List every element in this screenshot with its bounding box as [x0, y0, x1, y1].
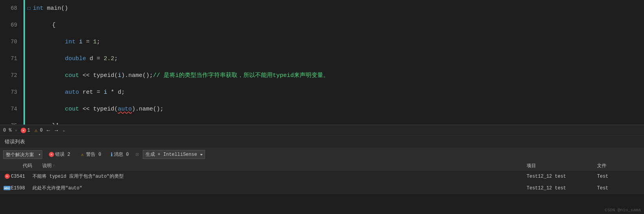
- sort-asc-icon: ↑: [53, 164, 55, 168]
- line-number-72: 72: [0, 67, 23, 84]
- header-project-label: 项目: [527, 162, 536, 169]
- error-table-header: 代码 说明 ↑ 项目 文件: [0, 161, 644, 171]
- code-area: 68 □ int main() 69 { 70 int i = 1; 71 do…: [0, 0, 644, 125]
- line-number-74: 74: [0, 101, 23, 118]
- error-count: 1: [27, 128, 30, 133]
- nav-back-button[interactable]: ←: [46, 127, 50, 134]
- info-icon: ℹ: [111, 152, 113, 158]
- code-content-68: int main(): [33, 0, 644, 17]
- error-panel-title: 错误列表: [0, 136, 644, 148]
- code-content-75: }|: [33, 118, 644, 125]
- line-number-75: 75: [0, 118, 23, 125]
- left-green-bar-73: [23, 84, 25, 101]
- code-editor: 68 □ int main() 69 { 70 int i = 1; 71 do…: [0, 0, 644, 125]
- watermark: CSDN @niu_sama: [605, 208, 641, 212]
- filter-error-icon: ✕: [49, 152, 54, 157]
- left-green-bar-74: [23, 101, 25, 118]
- cell-code-0: C3541: [11, 174, 32, 179]
- header-code[interactable]: 代码: [11, 162, 42, 169]
- info-label: 消息 0: [114, 151, 129, 158]
- cell-file-1: Test: [597, 185, 644, 191]
- header-project[interactable]: 项目: [527, 162, 597, 169]
- cell-desc-1: 此处不允许使用"auto": [32, 185, 527, 191]
- code-content-74: cout << typeid(auto).name();: [33, 101, 644, 118]
- line-number-71: 71: [0, 50, 23, 67]
- info-filter-button[interactable]: ℹ 消息 0: [108, 150, 131, 159]
- error-toolbar: 整个解决方案 ✕ 错误 2 ⚠ 警告 0 ℹ 消息 0 ⊠ 生成 + Intel…: [0, 148, 644, 161]
- line-number-69: 69: [0, 17, 23, 34]
- scope-select[interactable]: 整个解决方案: [3, 150, 42, 159]
- warning-badge: ⚠ 0: [33, 128, 43, 133]
- code-line-75: 75 }|: [0, 118, 644, 125]
- cell-desc-0: 不能将 typeid 应用于包含"auto"的类型: [32, 173, 527, 180]
- header-desc-label: 说明: [42, 162, 52, 169]
- error-filter-button[interactable]: ✕ 错误 2: [46, 150, 73, 159]
- cell-code-1: E1598: [11, 185, 32, 191]
- warning-filter-button[interactable]: ⚠ 警告 0: [77, 150, 104, 159]
- code-line-69: 69 {: [0, 17, 644, 34]
- error-icon: ✕: [21, 128, 26, 133]
- row-error-icon-0: ✕: [5, 174, 10, 179]
- code-line-68: 68 □ int main(): [0, 0, 644, 17]
- zoom-level: 0 %: [3, 128, 12, 133]
- cell-file-0: Test: [597, 174, 644, 179]
- warning-icon: ⚠: [33, 128, 39, 133]
- error-badge: ✕ 1: [21, 128, 30, 133]
- error-row-icon-1: abc: [3, 186, 11, 190]
- code-line-72: 72 cout << typeid(i).name();// 是将i的类型当作字…: [0, 67, 644, 84]
- filter-warning-icon: ⚠: [79, 152, 85, 157]
- header-file-label: 文件: [597, 162, 606, 169]
- row-abc-icon-1: abc: [4, 186, 11, 190]
- status-bar: 0 % ▾ ✕ 1 ⚠ 0 ← → ▸: [0, 125, 644, 136]
- code-content-73: auto ret = i * d;: [33, 84, 644, 101]
- build-label: 生成 + IntelliSense: [146, 151, 197, 158]
- line-number-73: 73: [0, 84, 23, 101]
- left-green-bar-70: [23, 34, 25, 50]
- fold-gutter-68[interactable]: □: [25, 0, 33, 17]
- warning-label: 警告 0: [86, 151, 101, 158]
- zoom-dropdown-arrow[interactable]: ▾: [15, 128, 18, 134]
- code-content-70: int i = 1;: [33, 34, 644, 50]
- header-code-label: 代码: [23, 162, 32, 169]
- scope-select-wrapper[interactable]: 整个解决方案: [3, 150, 42, 159]
- toolbar-filter-icon: ⊠: [135, 151, 139, 158]
- code-content-71: double d = 2.2;: [33, 50, 644, 67]
- code-content-69: {: [33, 17, 644, 34]
- nav-forward-button[interactable]: →: [54, 127, 59, 134]
- error-row-icon-0: ✕: [3, 174, 11, 179]
- line-number-70: 70: [0, 34, 23, 50]
- left-green-bar-69: [23, 17, 25, 34]
- left-green-bar-71: [23, 50, 25, 67]
- error-row-1[interactable]: abc E1598 此处不允许使用"auto" Test12_12 test T…: [0, 182, 644, 194]
- left-green-bar-72: [23, 67, 25, 84]
- code-line-73: 73 auto ret = i * d;: [0, 84, 644, 101]
- code-line-74: 74 cout << typeid(auto).name();: [0, 101, 644, 118]
- nav-more-button: ▸: [62, 127, 67, 134]
- cell-project-0: Test12_12 test: [527, 174, 597, 179]
- warning-count: 0: [40, 128, 43, 133]
- code-content-72: cout << typeid(i).name();// 是将i的类型当作字符串获…: [33, 67, 644, 84]
- left-green-bar-75: [23, 118, 25, 125]
- error-row-0[interactable]: ✕ C3541 不能将 typeid 应用于包含"auto"的类型 Test12…: [0, 171, 644, 182]
- header-file[interactable]: 文件: [597, 162, 644, 169]
- cell-project-1: Test12_12 test: [527, 185, 597, 191]
- line-number-68: 68: [0, 0, 23, 17]
- code-line-71: 71 double d = 2.2;: [0, 50, 644, 67]
- build-intellisense-button[interactable]: 生成 + IntelliSense ▾: [143, 150, 205, 159]
- error-label: 错误 2: [55, 151, 70, 158]
- header-desc[interactable]: 说明 ↑: [42, 162, 527, 169]
- code-line-70: 70 int i = 1;: [0, 34, 644, 50]
- build-dropdown-arrow: ▾: [200, 152, 202, 157]
- error-panel: 错误列表 整个解决方案 ✕ 错误 2 ⚠ 警告 0 ℹ 消息 0 ⊠ 生成 + …: [0, 136, 644, 194]
